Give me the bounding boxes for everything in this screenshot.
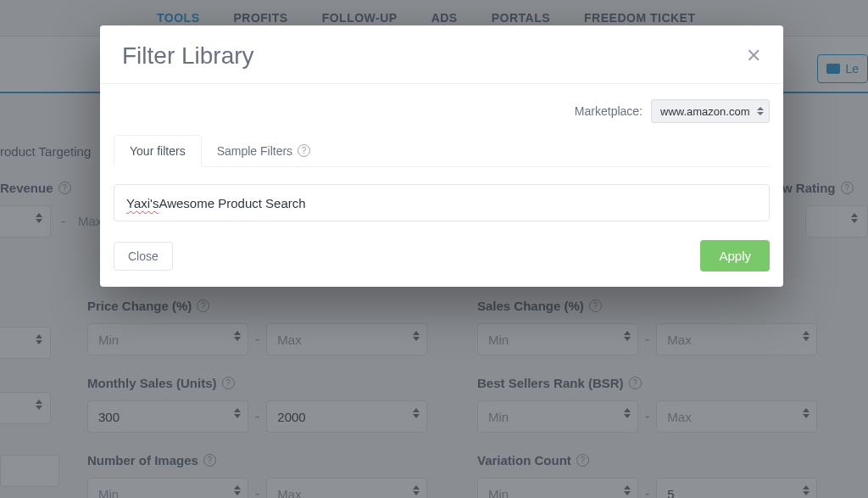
close-button[interactable]: Close xyxy=(114,242,173,271)
close-icon[interactable]: ✕ xyxy=(746,47,761,65)
tab-sample-filters[interactable]: Sample Filters ? xyxy=(202,135,326,166)
search-value-rest: Awesome Product Search xyxy=(159,196,305,210)
filter-search-input[interactable]: Yaxi's Awesome Product Search xyxy=(114,184,770,221)
filter-library-modal: Filter Library ✕ Marketplace: www.amazon… xyxy=(100,25,783,287)
search-value-prefix: Yaxi's xyxy=(126,196,159,210)
marketplace-label: Marketplace: xyxy=(575,104,643,118)
marketplace-value: www.amazon.com xyxy=(660,105,749,118)
select-caret-icon xyxy=(757,107,764,115)
modal-title: Filter Library xyxy=(122,42,254,70)
apply-button[interactable]: Apply xyxy=(700,240,770,271)
help-icon[interactable]: ? xyxy=(298,144,310,157)
filter-tabs: Your filters Sample Filters ? xyxy=(114,135,770,167)
tab-sample-filters-label: Sample Filters xyxy=(217,144,292,158)
marketplace-select[interactable]: www.amazon.com xyxy=(651,99,770,123)
tab-your-filters[interactable]: Your filters xyxy=(114,135,202,167)
